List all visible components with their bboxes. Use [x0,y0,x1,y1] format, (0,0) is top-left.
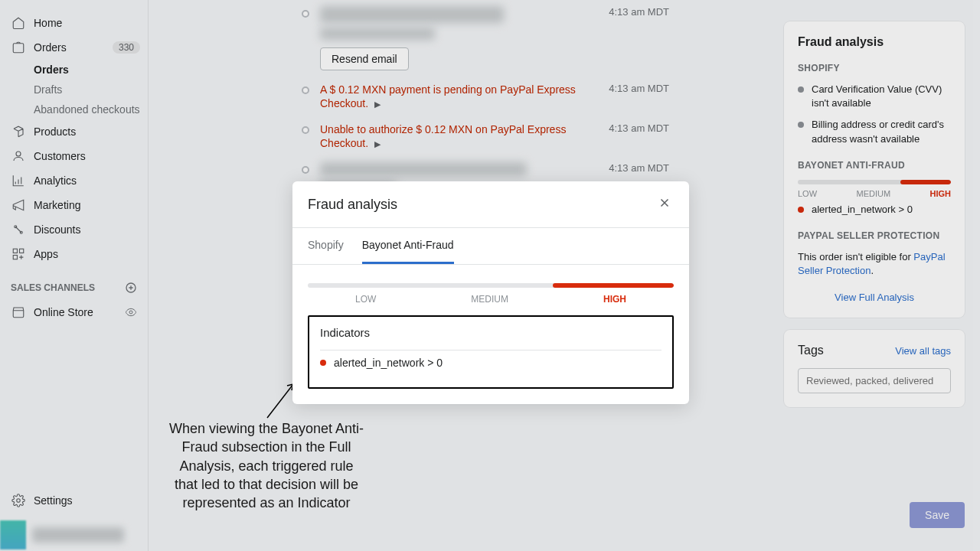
indicators-title: Indicators [320,326,662,339]
modal-body: LOW MEDIUM HIGH Indicators alerted_in_ne… [292,265,689,404]
indicators-box: Indicators alerted_in_network > 0 [308,315,674,389]
modal-title: Fraud analysis [308,197,397,213]
risk-low-label: LOW [355,294,376,305]
tab-bayonet[interactable]: Bayonet Anti-Fraud [362,228,454,264]
risk-medium-label: MEDIUM [471,294,508,305]
modal-risk-bar [308,283,674,288]
close-icon [658,196,671,210]
modal-header: Fraud analysis [292,181,689,228]
modal-tabs: Shopify Bayonet Anti-Fraud [292,228,689,265]
tab-shopify[interactable]: Shopify [308,228,344,264]
modal-risk-labels: LOW MEDIUM HIGH [308,294,674,305]
close-button[interactable] [655,195,674,214]
red-dot-icon [320,360,326,366]
risk-high-label: HIGH [603,294,626,305]
fraud-analysis-modal: Fraud analysis Shopify Bayonet Anti-Frau… [292,181,689,404]
indicator-row: alerted_in_network > 0 [320,350,662,375]
